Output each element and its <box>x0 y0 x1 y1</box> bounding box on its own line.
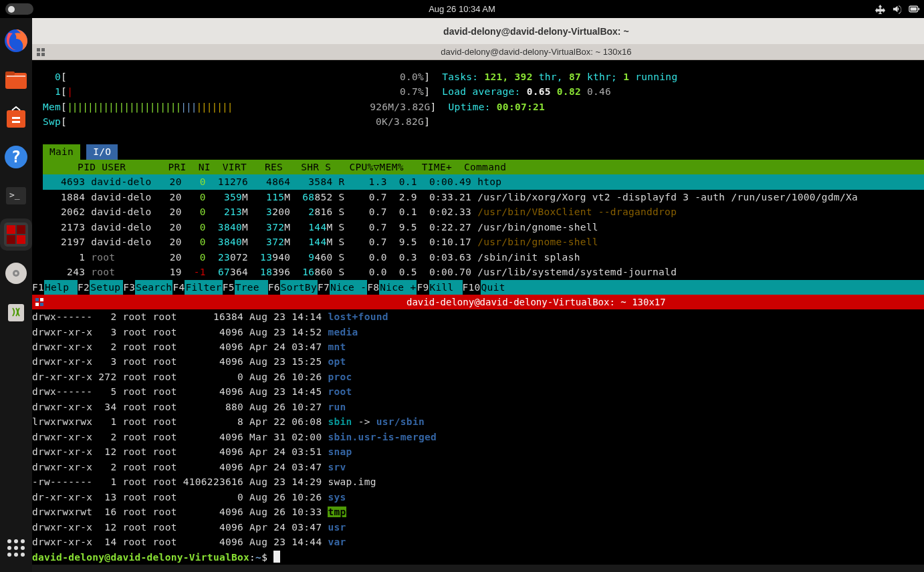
htop-columns[interactable]: PID USER PRI NI VIRT RES SHR S CPU%▽MEM%… <box>43 160 924 174</box>
htop-process-row[interactable]: 1884 david-delo 20 0 359M 115M 68852 S 0… <box>32 190 924 204</box>
svg-rect-17 <box>7 235 15 244</box>
ls-row: drwx------ 5 root root 4096 Aug 23 14:45… <box>32 384 924 399</box>
htop-process-row[interactable]: 4693 david-delo 20 0 11276 4864 3584 R 1… <box>43 174 924 189</box>
ls-row: lrwxrwxrwx 1 root root 8 Apr 22 06:08 sb… <box>32 414 924 429</box>
svg-rect-9 <box>12 121 20 123</box>
ls-row: dr-xr-xr-x 272 root root 0 Aug 26 10:26 … <box>32 370 924 384</box>
tab-title[interactable]: david-delony@david-delony-VirtualBox: ~ … <box>441 47 631 57</box>
svg-point-29 <box>7 553 11 557</box>
battery-icon <box>909 5 920 13</box>
svg-rect-39 <box>41 53 45 56</box>
system-tray[interactable] <box>875 4 920 14</box>
htop-process-row[interactable]: 1 root 20 0 23072 13940 9460 S 0.0 0.3 0… <box>32 250 924 265</box>
svg-point-30 <box>14 553 18 557</box>
svg-rect-22 <box>8 304 24 321</box>
dock: ? >_ <box>0 18 32 572</box>
dock-terminator[interactable] <box>0 219 32 251</box>
activities-pill[interactable] <box>5 3 33 15</box>
window-area: david-delony@david-delony-VirtualBox: ~ … <box>32 18 924 572</box>
dock-firefox[interactable] <box>0 25 32 57</box>
svg-point-25 <box>21 539 25 543</box>
svg-rect-16 <box>17 225 25 234</box>
svg-rect-38 <box>37 53 40 56</box>
htop-tab-main[interactable]: Main <box>43 144 80 159</box>
svg-rect-36 <box>37 48 40 51</box>
svg-rect-42 <box>35 303 39 306</box>
dock-terminal[interactable]: >_ <box>0 180 32 212</box>
svg-rect-2 <box>918 8 919 10</box>
htop-process-row[interactable]: 2197 david-delo 20 0 3840M 372M 144M S 0… <box>32 235 924 249</box>
htop-process-row[interactable]: 243 root 19 -1 67364 18396 16860 S 0.0 0… <box>32 265 924 279</box>
ls-row: dr-xr-xr-x 13 root root 0 Aug 26 10:26 s… <box>32 490 924 505</box>
svg-point-21 <box>15 272 17 275</box>
svg-point-26 <box>7 546 11 550</box>
ls-row: drwxr-xr-x 12 root root 4096 Apr 24 03:4… <box>32 520 924 535</box>
dock-help[interactable]: ? <box>0 141 32 173</box>
dock-files[interactable] <box>0 63 32 96</box>
dock-disks[interactable] <box>0 257 32 289</box>
dock-software[interactable] <box>0 102 32 134</box>
svg-text:?: ? <box>11 148 21 166</box>
svg-rect-40 <box>35 298 39 301</box>
svg-rect-8 <box>12 117 20 119</box>
svg-rect-1 <box>911 7 917 11</box>
svg-point-31 <box>21 553 25 557</box>
ls-row: drwxr-xr-x 3 root root 4096 Aug 23 15:25… <box>32 354 924 369</box>
terminal-tab-bar: david-delony@david-delony-VirtualBox: ~ … <box>32 44 924 60</box>
svg-point-28 <box>21 546 25 550</box>
clock[interactable]: Aug 26 10:34 AM <box>429 4 495 14</box>
window-titlebar[interactable]: david-delony@david-delony-VirtualBox: ~ <box>32 18 924 44</box>
svg-rect-5 <box>5 72 15 76</box>
ls-row: drwxr-xr-x 2 root root 4096 Apr 24 03:47… <box>32 460 924 474</box>
ls-row: drwxr-xr-x 3 root root 4096 Aug 23 14:52… <box>32 325 924 339</box>
terminal-pane-1[interactable]: 0[0.0%] Tasks: 121, 392 thr, 87 kthr; 1 … <box>32 60 924 295</box>
svg-point-23 <box>7 539 11 543</box>
htop-process-row[interactable]: 2173 david-delo 20 0 3840M 372M 144M S 0… <box>32 220 924 235</box>
network-icon <box>875 4 885 14</box>
ls-row: drwxr-xr-x 14 root root 4096 Aug 23 14:4… <box>32 535 924 549</box>
htop-process-row[interactable]: 2062 david-delo 20 0 213M 3200 2816 S 0.… <box>32 204 924 219</box>
svg-rect-15 <box>7 225 15 234</box>
terminal-pane-2[interactable]: drwx------ 2 root root 16384 Aug 23 14:1… <box>32 309 924 565</box>
ls-row: drwx------ 2 root root 16384 Aug 23 14:1… <box>32 309 924 324</box>
ls-row: drwxrwxrwt 16 root root 4096 Aug 26 10:3… <box>32 505 924 519</box>
split-icon[interactable] <box>36 47 45 57</box>
svg-rect-6 <box>7 76 25 77</box>
htop-tab-io[interactable]: I/O <box>86 144 118 159</box>
window-title: david-delony@david-delony-VirtualBox: ~ <box>443 26 629 37</box>
ls-row: drwxr-xr-x 2 root root 4096 Apr 24 03:47… <box>32 339 924 354</box>
svg-text:>_: >_ <box>9 190 20 200</box>
ls-row: drwxr-xr-x 2 root root 4096 Mar 31 02:00… <box>32 430 924 444</box>
ls-row: -rw------- 1 root root 4106223616 Aug 23… <box>32 474 924 489</box>
svg-point-24 <box>14 539 18 543</box>
dock-apps[interactable] <box>0 532 32 564</box>
cursor <box>273 551 280 563</box>
split-icon <box>35 297 44 307</box>
pane-2-title[interactable]: david-delony@david-delony-VirtualBox: ~ … <box>32 295 924 309</box>
dock-trash[interactable] <box>0 296 32 328</box>
svg-rect-37 <box>41 48 45 51</box>
svg-rect-41 <box>40 298 43 301</box>
ls-row: drwxr-xr-x 12 root root 4096 Apr 24 03:5… <box>32 444 924 459</box>
ls-row: drwxr-xr-x 34 root root 880 Aug 26 10:27… <box>32 400 924 414</box>
svg-point-27 <box>14 546 18 550</box>
volume-icon <box>892 4 902 14</box>
gnome-topbar: Aug 26 10:34 AM <box>0 0 924 18</box>
htop-fn-bar[interactable]: F1Help F2SetupF3SearchF4FilterF5Tree F6S… <box>32 280 924 295</box>
svg-rect-18 <box>17 235 25 244</box>
svg-rect-43 <box>40 303 43 306</box>
